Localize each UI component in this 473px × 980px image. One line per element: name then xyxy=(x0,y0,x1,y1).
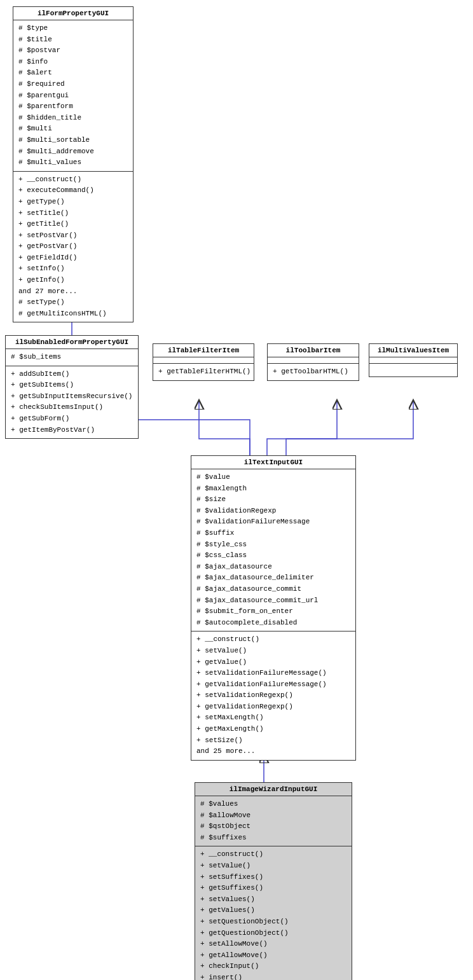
title-ilImageWizardInputGUI: ilImageWizardInputGUI xyxy=(195,783,352,796)
title-ilToolbarItem: ilToolbarItem xyxy=(268,344,359,357)
box-ilTextInputGUI: ilTextInputGUI # $value # $maxlength # $… xyxy=(191,455,356,761)
fields-ilTableFilterItem xyxy=(153,357,254,364)
box-ilSubEnabledFormPropertyGUI: ilSubEnabledFormPropertyGUI # $sub_items… xyxy=(5,335,139,439)
methods-ilTextInputGUI: + __construct() + setValue() + getValue(… xyxy=(191,631,355,760)
methods-ilImageWizardInputGUI: + __construct() + setValue() + setSuffix… xyxy=(195,846,352,980)
title-ilMultiValuesItem: ilMultiValuesItem xyxy=(369,344,457,357)
box-ilFormPropertyGUI: ilFormPropertyGUI # $type # $title # $po… xyxy=(13,6,134,322)
methods-ilMultiValuesItem xyxy=(369,364,457,376)
title-ilSubEnabledFormPropertyGUI: ilSubEnabledFormPropertyGUI xyxy=(6,336,138,349)
title-ilFormPropertyGUI: ilFormPropertyGUI xyxy=(13,7,133,20)
box-ilImageWizardInputGUI: ilImageWizardInputGUI # $values # $allow… xyxy=(195,782,352,980)
title-ilTableFilterItem: ilTableFilterItem xyxy=(153,344,254,357)
fields-ilToolbarItem xyxy=(268,357,359,364)
methods-ilTableFilterItem: + getTableFilterHTML() xyxy=(153,364,254,380)
methods-ilFormPropertyGUI: + __construct() + executeCommand() + get… xyxy=(13,172,133,322)
diagram-container: ilFormPropertyGUI # $type # $title # $po… xyxy=(0,0,473,980)
methods-ilSubEnabledFormPropertyGUI: + addSubItem() + getSubItems() + getSubI… xyxy=(6,366,138,439)
fields-ilImageWizardInputGUI: # $values # $allowMove # $qstObject # $s… xyxy=(195,796,352,846)
methods-ilToolbarItem: + getToolbarHTML() xyxy=(268,364,359,380)
box-ilMultiValuesItem: ilMultiValuesItem xyxy=(369,343,458,377)
fields-ilTextInputGUI: # $value # $maxlength # $size # $validat… xyxy=(191,469,355,631)
box-ilToolbarItem: ilToolbarItem + getToolbarHTML() xyxy=(267,343,359,381)
fields-ilSubEnabledFormPropertyGUI: # $sub_items xyxy=(6,349,138,366)
fields-ilFormPropertyGUI: # $type # $title # $postvar # $info # $a… xyxy=(13,20,133,172)
title-ilTextInputGUI: ilTextInputGUI xyxy=(191,456,355,469)
fields-ilMultiValuesItem xyxy=(369,357,457,364)
box-ilTableFilterItem: ilTableFilterItem + getTableFilterHTML() xyxy=(153,343,254,381)
